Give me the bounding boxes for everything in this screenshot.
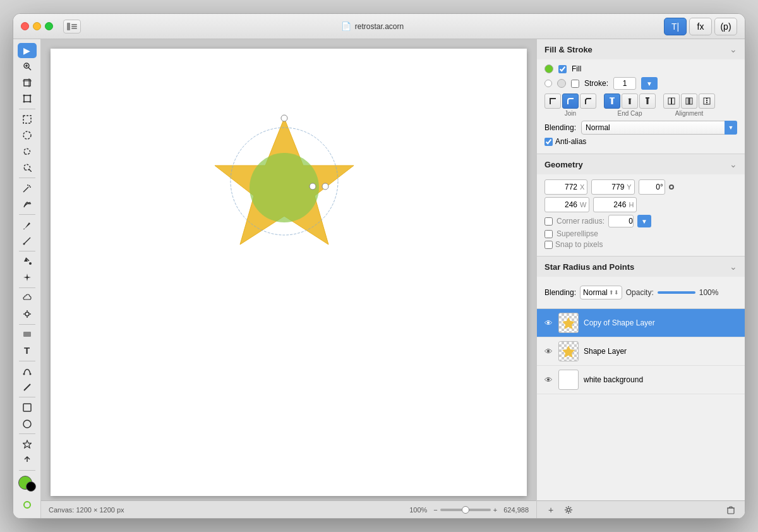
endcap-butt-btn[interactable] — [604, 94, 620, 109]
tool-pen[interactable] — [18, 217, 37, 233]
corner-radius-input[interactable] — [608, 215, 634, 227]
tool-rect-select[interactable] — [18, 112, 37, 127]
snap-row: Snap to pixels — [544, 240, 737, 249]
star-radius-collapse[interactable]: ⌄ — [730, 262, 737, 272]
tool-line[interactable] — [18, 233, 37, 248]
minimize-button[interactable] — [33, 22, 41, 30]
geometry-header[interactable]: Geometry ⌄ — [537, 154, 745, 174]
fx-button[interactable]: fx — [689, 18, 712, 35]
tool-lasso[interactable] — [18, 144, 37, 159]
tool-sparkle[interactable] — [18, 270, 37, 285]
layer-item[interactable]: 👁Shape Layer — [537, 337, 745, 366]
fill-stroke-collapse[interactable]: ⌄ — [730, 44, 737, 54]
corner-radius-dropdown[interactable]: ▼ — [637, 215, 651, 227]
join-bevel-btn[interactable] — [580, 94, 596, 109]
layer-visibility-toggle[interactable]: 👁 — [543, 375, 553, 385]
tool-star-shape[interactable] — [18, 437, 37, 452]
align-right-btn[interactable] — [699, 94, 715, 109]
zoom-track[interactable] — [440, 509, 491, 511]
tool-transform[interactable] — [18, 92, 37, 107]
text-tool-button[interactable]: T| — [664, 18, 687, 35]
star-radius-header[interactable]: Star Radius and Points ⌄ — [537, 257, 745, 277]
opacity-slider[interactable] — [658, 291, 695, 294]
tool-smudge[interactable] — [18, 196, 37, 212]
canvas-area[interactable]: Canvas: 1200 × 1200 px 100% − + 624,988 — [41, 39, 536, 518]
fill-stroke-header[interactable]: Fill & Stroke ⌄ — [537, 39, 745, 59]
stroke-checkbox[interactable] — [571, 80, 579, 88]
stroke-input[interactable] — [613, 77, 636, 90]
tool-cloud[interactable] — [18, 291, 37, 306]
tool-magic-wand[interactable] — [18, 181, 37, 196]
tool-magic-select[interactable] — [18, 160, 37, 176]
layer-visibility-toggle[interactable]: 👁 — [543, 318, 553, 328]
geometry-collapse[interactable]: ⌄ — [730, 159, 737, 169]
stroke-color-dot[interactable] — [557, 79, 566, 88]
align-left-btn[interactable] — [663, 94, 680, 109]
join-round-btn[interactable] — [562, 94, 579, 109]
zoom-minus[interactable]: − — [433, 506, 437, 514]
geometry-section: Geometry ⌄ X — [537, 154, 745, 257]
tool-text[interactable]: T — [18, 343, 37, 358]
stroke-dropdown[interactable]: ▼ — [641, 77, 658, 90]
add-layer-button[interactable]: + — [544, 504, 557, 516]
geometry-title: Geometry — [544, 160, 583, 169]
tool-zoom[interactable] — [18, 59, 37, 75]
rotation-input[interactable] — [639, 180, 665, 194]
h-input[interactable] — [594, 198, 629, 212]
svg-point-38 — [23, 420, 31, 428]
tool-black-white[interactable] — [13, 495, 16, 514]
svg-point-12 — [23, 95, 25, 97]
tool-line-draw[interactable] — [18, 380, 37, 395]
star-blending-select[interactable]: Normal ⬆⬇ — [580, 286, 622, 299]
p-button[interactable]: (p) — [714, 18, 737, 35]
layer-item[interactable]: 👁white background — [537, 366, 745, 394]
align-center-btn[interactable] — [681, 94, 697, 109]
tool-green-circle[interactable] — [18, 495, 37, 514]
tool-shape-circle[interactable] — [18, 416, 37, 432]
tool-shape-rect[interactable] — [18, 400, 37, 415]
tool-sun[interactable] — [18, 306, 37, 322]
join-miter-btn[interactable] — [544, 94, 561, 109]
svg-point-49 — [322, 183, 328, 190]
close-button[interactable] — [21, 22, 29, 30]
layer-visibility-toggle[interactable]: 👁 — [543, 346, 553, 356]
stroke-radio[interactable] — [544, 80, 552, 87]
tool-arrow-shape[interactable] — [18, 453, 37, 468]
x-unit: X — [580, 183, 587, 191]
snap-checkbox[interactable] — [544, 241, 553, 249]
endcap-square-btn[interactable] — [639, 94, 656, 109]
svg-marker-64 — [562, 346, 575, 358]
titlebar-toolbar: T| fx (p) — [664, 18, 737, 35]
tool-paint-bucket[interactable] — [18, 254, 37, 269]
endcap-round-btn[interactable] — [622, 94, 638, 109]
traffic-lights — [21, 22, 53, 30]
w-input[interactable] — [545, 198, 580, 212]
y-input[interactable] — [592, 180, 627, 194]
svg-line-36 — [24, 384, 30, 390]
color-well[interactable] — [17, 476, 37, 492]
zoom-plus[interactable]: + — [493, 506, 497, 514]
layer-item[interactable]: 👁Copy of Shape Layer — [537, 309, 745, 337]
fill-color-dot[interactable] — [544, 64, 553, 73]
star-shape-container[interactable] — [215, 112, 354, 253]
tool-crop[interactable] — [18, 75, 37, 90]
tool-select[interactable]: ▶ — [18, 43, 37, 58]
sidebar-toggle-button[interactable] — [63, 20, 81, 33]
x-input[interactable] — [545, 180, 580, 194]
settings-button[interactable] — [562, 504, 575, 516]
zoom-slider[interactable]: − + — [433, 506, 497, 514]
star-blending-value: Normal — [583, 288, 608, 297]
blending-select[interactable]: Normal — [581, 121, 737, 135]
maximize-button[interactable] — [45, 22, 53, 30]
canvas[interactable] — [51, 49, 527, 496]
delete-layer-button[interactable] — [725, 504, 737, 516]
tool-ellipse-select[interactable] — [18, 128, 37, 143]
rotation-dot[interactable] — [669, 184, 674, 190]
corner-radius-checkbox[interactable] — [544, 217, 553, 226]
w-pair: W — [544, 197, 589, 212]
superellipse-checkbox[interactable] — [544, 230, 553, 238]
antialias-checkbox[interactable] — [544, 138, 553, 146]
fill-checkbox[interactable] — [558, 65, 567, 73]
tool-rect-shape[interactable] — [18, 327, 37, 342]
tool-bezier[interactable] — [18, 363, 37, 378]
